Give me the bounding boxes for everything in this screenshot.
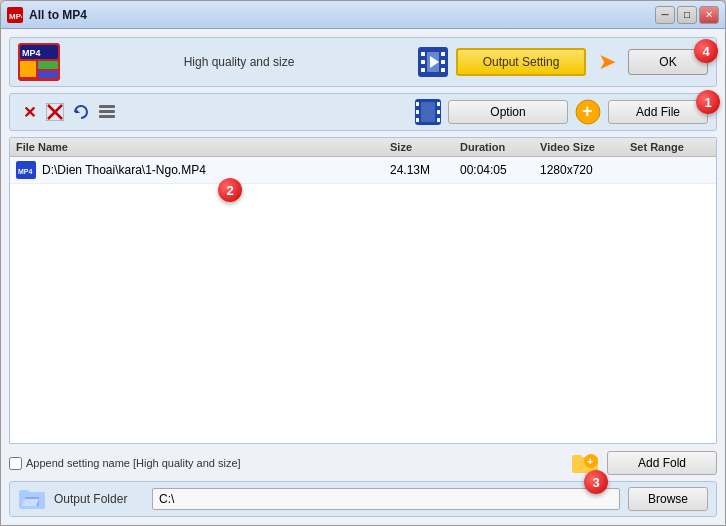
- bottom-row2: Output Folder 3 Browse: [9, 481, 717, 517]
- list-view-icon: [98, 103, 116, 121]
- file-name-cell: MP4 D:\Dien Thoai\kara\1-Ngo.MP4: [16, 161, 390, 179]
- file-list: 2 File Name Size Duration Video Size Set…: [9, 137, 717, 444]
- window-icon: MP4: [7, 7, 23, 23]
- col-filename: File Name: [16, 141, 390, 153]
- ok-button-wrapper: OK 4: [628, 49, 708, 75]
- output-folder-icon: [18, 486, 46, 512]
- film-icon: [418, 47, 448, 77]
- top-toolbar: MP4 High quality and size: [9, 37, 717, 87]
- refresh-button[interactable]: [70, 101, 92, 123]
- append-setting-label[interactable]: Append setting name [High quality and si…: [9, 457, 563, 470]
- svg-rect-28: [437, 102, 440, 106]
- arrow-icon: ➤: [598, 49, 616, 75]
- svg-rect-31: [421, 102, 435, 122]
- title-controls: ─ □ ✕: [655, 6, 719, 24]
- add-file-icon: +: [574, 98, 602, 126]
- main-window: MP4 All to MP4 ─ □ ✕ MP4: [0, 0, 726, 526]
- svg-rect-9: [421, 52, 425, 56]
- svg-rect-27: [416, 118, 419, 122]
- file-type-icon: MP4: [16, 161, 36, 179]
- svg-rect-13: [441, 60, 445, 64]
- svg-rect-6: [38, 61, 58, 69]
- svg-marker-20: [75, 108, 80, 113]
- col-videosize: Video Size: [540, 141, 630, 153]
- svg-rect-25: [416, 102, 419, 106]
- table-row[interactable]: MP4 D:\Dien Thoai\kara\1-Ngo.MP4 24.13M …: [10, 157, 716, 184]
- svg-rect-7: [38, 71, 58, 78]
- badge-4: 4: [694, 39, 718, 63]
- file-list-body: MP4 D:\Dien Thoai\kara\1-Ngo.MP4 24.13M …: [10, 157, 716, 436]
- svg-rect-26: [416, 110, 419, 114]
- app-logo: MP4: [18, 43, 60, 81]
- svg-rect-21: [99, 105, 115, 108]
- delete-all-icon: [46, 103, 64, 121]
- quality-label: High quality and size: [68, 55, 410, 69]
- col-duration: Duration: [460, 141, 540, 153]
- add-folder-button[interactable]: Add Fold: [607, 451, 717, 475]
- add-file-button[interactable]: Add File: [608, 100, 708, 124]
- col-size: Size: [390, 141, 460, 153]
- delete-all-button[interactable]: [44, 101, 66, 123]
- add-file-wrapper: Add File 1: [608, 100, 708, 124]
- file-video-size: 1280x720: [540, 163, 630, 177]
- append-setting-checkbox[interactable]: [9, 457, 22, 470]
- window-title: All to MP4: [29, 8, 87, 22]
- bottom-area: Append setting name [High quality and si…: [9, 450, 717, 517]
- badge-2: 2: [218, 178, 242, 202]
- svg-rect-30: [437, 118, 440, 122]
- file-name: D:\Dien Thoai\kara\1-Ngo.MP4: [42, 163, 206, 177]
- minimize-button[interactable]: ─: [655, 6, 675, 24]
- file-list-header: File Name Size Duration Video Size Set R…: [10, 138, 716, 157]
- svg-rect-5: [20, 61, 36, 77]
- svg-rect-22: [99, 110, 115, 113]
- toolbar-icons: ✕: [18, 101, 408, 123]
- file-duration: 00:04:05: [460, 163, 540, 177]
- svg-rect-14: [441, 68, 445, 72]
- browse-button[interactable]: Browse: [628, 487, 708, 511]
- svg-text:MP4: MP4: [9, 12, 22, 21]
- output-setting-button[interactable]: Output Setting: [456, 48, 586, 76]
- svg-rect-37: [572, 455, 582, 461]
- badge-1: 1: [696, 90, 720, 114]
- second-toolbar: ✕: [9, 93, 717, 131]
- col-setrange: Set Range: [630, 141, 710, 153]
- output-folder-label: Output Folder: [54, 492, 144, 506]
- delete-button[interactable]: ✕: [18, 101, 40, 123]
- delete-icon: ✕: [23, 103, 36, 122]
- svg-text:+: +: [587, 455, 593, 467]
- file-size: 24.13M: [390, 163, 460, 177]
- svg-text:+: +: [582, 101, 593, 121]
- svg-rect-29: [437, 110, 440, 114]
- svg-rect-12: [441, 52, 445, 56]
- svg-rect-10: [421, 60, 425, 64]
- svg-text:MP4: MP4: [22, 48, 41, 58]
- svg-text:MP4: MP4: [18, 168, 33, 175]
- svg-rect-23: [99, 115, 115, 118]
- badge-3: 3: [584, 470, 608, 494]
- output-path-input[interactable]: [152, 488, 620, 510]
- title-bar-left: MP4 All to MP4: [7, 7, 87, 23]
- svg-rect-11: [421, 68, 425, 72]
- append-setting-text: Append setting name [High quality and si…: [26, 457, 241, 469]
- list-view-button[interactable]: [96, 101, 118, 123]
- option-film-icon: [414, 98, 442, 126]
- svg-rect-41: [19, 490, 29, 496]
- maximize-button[interactable]: □: [677, 6, 697, 24]
- close-button[interactable]: ✕: [699, 6, 719, 24]
- option-button[interactable]: Option: [448, 100, 568, 124]
- title-bar: MP4 All to MP4 ─ □ ✕: [1, 1, 725, 29]
- refresh-icon: [72, 103, 90, 121]
- bottom-row1: Append setting name [High quality and si…: [9, 450, 717, 476]
- content-area: MP4 High quality and size: [1, 29, 725, 525]
